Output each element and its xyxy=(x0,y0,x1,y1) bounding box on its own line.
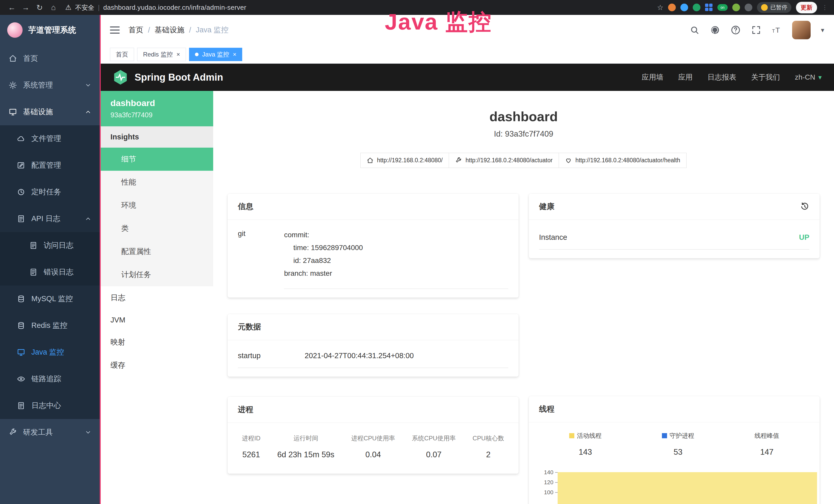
header-actions: TT ▾ xyxy=(689,21,824,39)
service-url-button[interactable]: http://192.168.0.2:48080/ xyxy=(360,153,449,168)
extension-icon-switch[interactable]: on xyxy=(717,4,728,11)
fullscreen-icon[interactable] xyxy=(751,25,761,35)
sidebar-item-config-mgmt[interactable]: 配置管理 xyxy=(0,152,100,179)
paused-badge[interactable]: 已暂停 xyxy=(757,2,791,13)
sidebar-item-log-center[interactable]: 日志中心 xyxy=(0,392,100,419)
browser-menu-icon[interactable]: ⋮ xyxy=(822,4,828,11)
tab-java-monitor[interactable]: Java 监控 × xyxy=(189,48,242,61)
process-card-title: 进程 xyxy=(238,404,253,415)
legend-label: 线程峰值 xyxy=(755,432,779,440)
extension-icon-puzzle[interactable] xyxy=(745,4,752,11)
search-icon[interactable] xyxy=(689,25,700,35)
actuator-url-label: http://192.168.0.2:48080/actuator xyxy=(465,157,552,164)
sba-instance-header[interactable]: dashboard 93a3fc7f7409 xyxy=(100,91,213,126)
extension-icon-drop[interactable] xyxy=(680,4,688,11)
sba-language-select[interactable]: zh-CN ▾ xyxy=(795,73,822,82)
avatar[interactable] xyxy=(792,21,811,39)
legend-daemon-threads: 守护进程 53 xyxy=(662,432,694,457)
metadata-value: 2021-04-27T00:44:31.254+08:00 xyxy=(305,351,414,360)
instance-title: dashboard xyxy=(227,109,820,124)
sba-nav-journal[interactable]: 日志报表 xyxy=(708,72,737,82)
sidebar-item-home[interactable]: 首页 xyxy=(0,45,100,72)
history-icon[interactable] xyxy=(800,202,809,211)
hamburger-icon[interactable] xyxy=(110,26,120,33)
sba-nav-applications[interactable]: 应用 xyxy=(678,72,693,82)
sidebar-item-tracing[interactable]: 链路追踪 xyxy=(0,366,100,392)
avatar-caret-icon[interactable]: ▾ xyxy=(821,26,824,34)
sba-nav-about[interactable]: 关于我们 xyxy=(751,72,780,82)
eye-icon xyxy=(17,375,25,383)
sidebar-item-system-mgmt[interactable]: 系统管理 xyxy=(0,72,100,98)
extension-icon-grid[interactable] xyxy=(705,4,713,11)
cards-grid: 信息 git commit: time: 1596289704000 id: 2 xyxy=(227,193,820,504)
info-line-id: id: 27aa832 xyxy=(284,254,508,267)
process-col-label: 进程ID xyxy=(242,434,260,442)
sidebar-item-error-logs[interactable]: 错误日志 xyxy=(0,259,100,285)
back-icon[interactable]: ← xyxy=(6,3,18,12)
actuator-url-button[interactable]: http://192.168.0.2:48080/actuator xyxy=(449,153,559,168)
info-card: 信息 git commit: time: 1596289704000 id: 2 xyxy=(227,193,519,298)
browser-home-icon[interactable]: ⌂ xyxy=(48,3,59,12)
extension-icon-leaf[interactable] xyxy=(732,4,740,11)
sba-item-environment[interactable]: 环境 xyxy=(100,194,213,217)
sidebar-item-api-logs[interactable]: API 日志 xyxy=(0,205,100,232)
sba-item-jvm[interactable]: JVM xyxy=(100,310,213,331)
sba-item-details[interactable]: 细节 xyxy=(100,147,213,171)
breadcrumb-home[interactable]: 首页 xyxy=(128,25,143,35)
font-size-icon[interactable]: TT xyxy=(772,25,782,35)
app-logo-row[interactable]: 芋道管理系统 xyxy=(0,15,100,45)
extension-icon-green[interactable] xyxy=(693,4,700,11)
address-bar[interactable]: ⚠ 不安全 | dashboard.yudao.iocoder.cn/infra… xyxy=(65,3,246,12)
info-line-branch: branch: master xyxy=(284,267,508,280)
sba-item-config-props[interactable]: 配置属性 xyxy=(100,240,213,263)
sidebar-item-redis-monitor[interactable]: Redis 监控 xyxy=(0,312,100,339)
url-text[interactable]: dashboard.yudao.iocoder.cn/infra/admin-s… xyxy=(103,4,246,12)
edit-icon xyxy=(17,161,25,169)
health-card: 健康 Instance UP xyxy=(529,193,820,258)
sba-item-caches[interactable]: 缓存 xyxy=(100,354,213,377)
process-col-label: 系统CPU使用率 xyxy=(412,434,456,442)
threads-chart-plot xyxy=(557,468,820,496)
process-col-process-cpu: 进程CPU使用率 0.04 xyxy=(351,434,395,459)
tab-home[interactable]: 首页 xyxy=(110,48,134,61)
sidebar-item-java-monitor[interactable]: Java 监控 xyxy=(0,339,100,366)
home-icon xyxy=(9,54,17,63)
process-col-value: 5261 xyxy=(242,450,260,459)
sidebar-item-access-logs[interactable]: 访问日志 xyxy=(0,232,100,259)
extension-icon-orange[interactable] xyxy=(668,4,676,11)
sba-item-mappings[interactable]: 映射 xyxy=(100,331,213,354)
help-icon[interactable] xyxy=(730,25,741,35)
health-url-button[interactable]: http://192.168.0.2:48080/actuator/health xyxy=(559,153,686,168)
sba-item-scheduled[interactable]: 计划任务 xyxy=(100,263,213,286)
breadcrumb-infrastructure[interactable]: 基础设施 xyxy=(155,25,184,35)
sidebar-item-file-mgmt[interactable]: 文件管理 xyxy=(0,125,100,152)
legend-live-threads: 活动线程 143 xyxy=(569,432,601,457)
sidebar-item-label: 访问日志 xyxy=(44,240,91,251)
sba-nav-wallboard[interactable]: 应用墙 xyxy=(642,72,663,82)
wrench-icon xyxy=(455,157,462,164)
sidebar-item-label: 日志中心 xyxy=(31,400,91,411)
forward-icon[interactable]: → xyxy=(20,3,31,12)
sidebar-item-infrastructure[interactable]: 基础设施 xyxy=(0,98,100,125)
sba-language-value: zh-CN xyxy=(795,73,815,82)
tab-close-icon[interactable]: × xyxy=(176,51,180,58)
tab-label: Redis 监控 xyxy=(143,50,173,59)
sba-item-logs[interactable]: 日志 xyxy=(100,286,213,310)
tab-redis-monitor[interactable]: Redis 监控 × xyxy=(137,48,186,61)
sba-brand[interactable]: Spring Boot Admin xyxy=(112,69,223,85)
sba-section-insights: Insights xyxy=(100,126,213,147)
bookmark-star-icon[interactable]: ☆ xyxy=(657,3,663,12)
sidebar-item-mysql-monitor[interactable]: MySQL 监控 xyxy=(0,285,100,312)
tab-close-icon[interactable]: × xyxy=(233,51,236,58)
health-row-instance[interactable]: Instance UP xyxy=(539,229,810,250)
sidebar-item-label: Redis 监控 xyxy=(31,320,91,331)
sidebar-item-dev-tools[interactable]: 研发工具 xyxy=(0,419,100,446)
sidebar-item-scheduled-tasks[interactable]: 定时任务 xyxy=(0,179,100,205)
github-icon[interactable] xyxy=(710,25,720,35)
update-button[interactable]: 更新 xyxy=(796,2,817,13)
sba-item-classes[interactable]: 类 xyxy=(100,217,213,240)
sba-item-metrics[interactable]: 性能 xyxy=(100,171,213,194)
app-logo-image xyxy=(7,22,23,38)
reload-icon[interactable]: ↻ xyxy=(34,3,45,12)
browser-toolbar-right: ☆ on 已暂停 更新 ⋮ xyxy=(657,2,828,13)
